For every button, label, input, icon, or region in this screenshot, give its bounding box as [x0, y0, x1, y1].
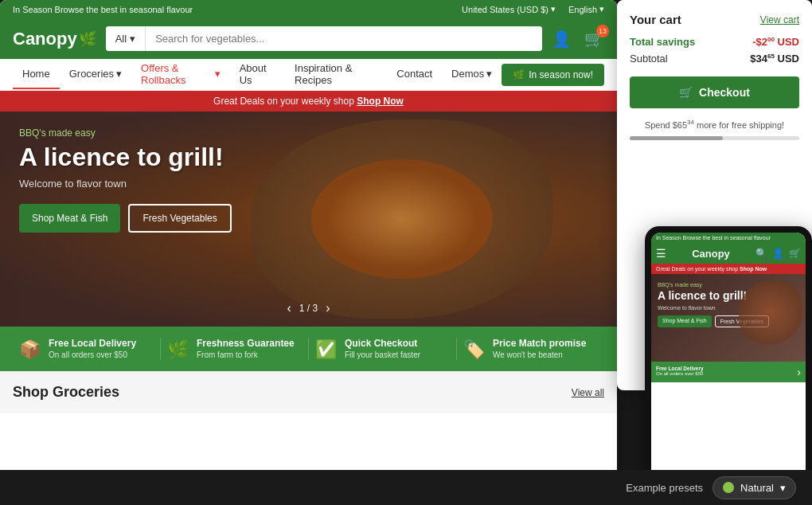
cart-header: Your cart View cart [630, 13, 799, 26]
subtotal-value: $3465 USD [750, 53, 799, 65]
shop-section: Shop Groceries View all [0, 371, 617, 413]
free-shipping-message: Spend $6534 more for free shipping! [630, 119, 799, 131]
nav-item-inspiration[interactable]: Inspiration & Recipes [285, 54, 387, 96]
feature-checkout-desc: Fill your basket faster [345, 350, 420, 359]
shop-title: Shop Groceries [13, 384, 119, 401]
chevron-down-icon: ▾ [130, 33, 135, 45]
shipping-progress-bar [630, 136, 723, 140]
search-input[interactable] [146, 26, 542, 51]
cart-icon-wrapper[interactable]: 🛒 13 [584, 29, 604, 49]
savings-value: -$200 USD [752, 36, 799, 48]
mobile-features-bar: Free Local Delivery On all orders over $… [651, 362, 806, 382]
mobile-feature-delivery: Free Local Delivery On all orders over $… [656, 366, 794, 378]
preset-selector[interactable]: Natural ▾ [712, 476, 796, 499]
preset-color-dot [723, 482, 734, 493]
cart-badge: 13 [596, 25, 609, 37]
hero-title: A licence to grill! [19, 143, 232, 171]
fresh-vegetables-button[interactable]: Fresh Vegetables [128, 204, 231, 233]
hero-subtitle: BBQ's made easy [19, 127, 232, 139]
subtotal-label: Subtotal [630, 53, 668, 65]
mobile-account-icon: 👤 [772, 248, 784, 259]
announcement-bar: In Season Browse the best in seasonal fl… [0, 0, 617, 18]
nav-item-groceries[interactable]: Groceries ▾ [60, 60, 131, 89]
logo[interactable]: Canopy🌿 [13, 29, 96, 49]
hero-description: Welcome to flavor town [19, 178, 232, 190]
hero-navigation: ‹ 1 / 3 › [287, 301, 330, 315]
mobile-shop-meat-button[interactable]: Shop Meat & Fish [658, 315, 712, 327]
chevron-down-icon: ▾ [599, 4, 604, 14]
feature-delivery-title: Free Local Delivery [49, 338, 136, 349]
cart-icon: 🛒 [679, 86, 693, 99]
shop-meat-fish-button[interactable]: Shop Meat & Fish [19, 204, 120, 233]
mobile-deal-banner: Great Deals on your weekly shop Shop Now [651, 264, 806, 274]
account-icon[interactable]: 👤 [552, 29, 572, 49]
price-match-icon: 🏷️ [463, 339, 485, 360]
slide-indicator: 1 / 3 [299, 303, 318, 314]
shipping-progress-bar-container [630, 136, 799, 140]
nav-item-contact[interactable]: Contact [387, 60, 442, 89]
cart-subtotal-row: Subtotal $3465 USD [630, 53, 799, 65]
announcement-text: In Season Browse the best in seasonal fl… [13, 5, 193, 14]
nav-item-about[interactable]: About Us [230, 54, 285, 96]
mobile-next-arrow[interactable]: › [797, 366, 801, 378]
freshness-icon: 🌿 [167, 339, 189, 360]
mobile-hero: BBQ's made easy A licence to grill! Welc… [651, 274, 806, 362]
hero-food-image [251, 119, 553, 319]
mobile-screen: In Season Browse the best in seasonal fl… [651, 233, 806, 499]
next-slide-button[interactable]: › [326, 301, 330, 315]
feature-price-desc: We won't be beaten [493, 350, 586, 359]
cart-savings-row: Total savings -$200 USD [630, 36, 799, 48]
feature-delivery: 📦 Free Local Delivery On all orders over… [13, 338, 161, 360]
feature-delivery-desc: On all orders over $50 [49, 350, 136, 359]
shop-now-link[interactable]: Shop Now [357, 96, 404, 107]
mobile-cart-icon: 🛒 [789, 248, 801, 259]
mobile-preview: In Season Browse the best in seasonal fl… [645, 226, 812, 505]
feature-price-match-text: Price Match promise We won't be beaten [493, 338, 586, 359]
feature-freshness-text: Freshness Guarantee From farm to fork [197, 338, 295, 359]
preset-label: Example presets [626, 482, 703, 494]
feature-checkout-title: Quick Checkout [345, 338, 420, 349]
chevron-down-icon: ▾ [780, 482, 786, 494]
header-icons: 👤 🛒 13 [552, 29, 604, 49]
nav-item-home[interactable]: Home [13, 60, 60, 89]
mobile-food-image [739, 280, 802, 344]
feature-delivery-text: Free Local Delivery On all orders over $… [49, 338, 136, 359]
view-cart-link[interactable]: View cart [760, 14, 799, 25]
nav-item-demos[interactable]: Demos ▾ [442, 60, 502, 89]
chevron-down-icon: ▾ [551, 4, 556, 14]
mobile-header-icons: 🔍 👤 🛒 [755, 248, 801, 259]
feature-price-title: Price Match promise [493, 338, 586, 349]
mobile-hamburger-icon: ☰ [656, 247, 666, 260]
search-category-dropdown[interactable]: All ▾ [106, 26, 146, 51]
checkout-button[interactable]: 🛒 Checkout [630, 76, 799, 108]
cart-title: Your cart [630, 13, 681, 26]
view-all-link[interactable]: View all [572, 387, 604, 398]
feature-checkout: ✅ Quick Checkout Fill your basket faster [309, 338, 457, 360]
preset-value: Natural [740, 482, 774, 494]
main-navigation: Home Groceries ▾ Offers & Rollbacks ▾ Ab… [0, 59, 617, 91]
feature-freshness-desc: From farm to fork [197, 350, 295, 359]
in-season-cta[interactable]: 🌿 In season now! [502, 64, 604, 86]
feature-price-match: 🏷️ Price Match promise We won't be beate… [457, 338, 604, 360]
region-selector[interactable]: United States (USD $) ▾ [462, 4, 556, 14]
hero-buttons: Shop Meat & Fish Fresh Vegetables [19, 204, 232, 233]
feature-freshness: 🌿 Freshness Guarantee From farm to fork [161, 338, 309, 360]
chevron-down-icon: ▾ [116, 68, 122, 80]
mobile-logo: Canopy [692, 248, 730, 260]
nav-item-offers[interactable]: Offers & Rollbacks ▾ [131, 54, 230, 96]
shipping-spend: Spend $6534 more for free shipping! [645, 120, 784, 130]
delivery-icon: 📦 [19, 339, 41, 360]
site-header: Canopy🌿 All ▾ 👤 🛒 13 [0, 18, 617, 59]
nav-items: Home Groceries ▾ Offers & Rollbacks ▾ Ab… [13, 54, 502, 96]
feature-freshness-title: Freshness Guarantee [197, 338, 295, 349]
search-bar: All ▾ [106, 26, 542, 51]
main-website: In Season Browse the best in seasonal fl… [0, 0, 617, 486]
prev-slide-button[interactable]: ‹ [287, 301, 291, 315]
hero-content: BBQ's made easy A licence to grill! Welc… [19, 127, 232, 233]
feature-checkout-text: Quick Checkout Fill your basket faster [345, 338, 420, 359]
checkout-icon: ✅ [315, 339, 337, 360]
leaf-icon: 🌿 [513, 69, 525, 80]
language-selector[interactable]: English ▾ [568, 4, 604, 14]
hero-section: BBQ's made easy A licence to grill! Welc… [0, 112, 617, 327]
bottom-bar: Example presets Natural ▾ [0, 470, 812, 505]
